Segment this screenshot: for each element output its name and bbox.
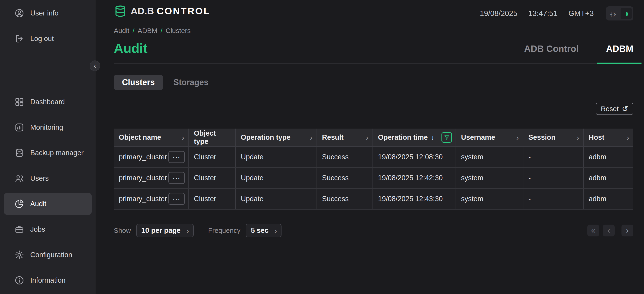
theme-light-button[interactable]: ☼ <box>607 8 619 19</box>
breadcrumb-item-clusters[interactable]: Clusters <box>166 27 191 34</box>
sidebar-item-dashboard[interactable]: Dashboard <box>4 91 92 113</box>
ellipsis-icon: ⋯ <box>172 174 181 182</box>
pagination-next-button[interactable]: › <box>622 224 633 236</box>
chevron-right-icon: › <box>516 133 519 142</box>
breadcrumb: Audit / ADBM / Clusters <box>114 27 633 34</box>
monitoring-icon <box>14 122 24 132</box>
reset-row: Reset ↺ <box>114 103 633 115</box>
pagination: « ‹ › <box>587 224 633 236</box>
subtab-storages[interactable]: Storages <box>165 75 217 90</box>
sidebar: User info Log out Dashboard Monitori <box>0 0 96 294</box>
reset-button[interactable]: Reset ↺ <box>596 103 633 115</box>
sidebar-item-label: Users <box>30 174 49 182</box>
cell-username: system <box>456 147 524 167</box>
cell-operation-time: 19/08/2025 12:42:30 <box>373 168 456 188</box>
tab-adb-control[interactable]: ADB Control <box>524 44 579 64</box>
cell-username: system <box>456 189 524 209</box>
sidebar-item-audit[interactable]: Audit <box>4 193 92 215</box>
breadcrumb-item-adbm[interactable]: ADBM <box>138 27 158 34</box>
subtab-label: Storages <box>174 78 208 87</box>
sort-desc-icon: ↓ <box>431 134 434 141</box>
sidebar-item-monitoring[interactable]: Monitoring <box>4 116 92 138</box>
cell-operation-type: Update <box>236 189 317 209</box>
cell-result: Success <box>317 147 373 167</box>
sidebar-item-label: Log out <box>30 34 54 43</box>
table-footer: Show 10 per page › Frequency 5 sec › « ‹… <box>114 224 633 237</box>
table-row: primary_cluster ⋯ Cluster Update Success… <box>114 168 633 189</box>
theme-switch: ☼ ◑ <box>606 6 633 20</box>
sidebar-item-backup-manager[interactable]: Backup manager <box>4 142 92 164</box>
row-actions-button[interactable]: ⋯ <box>168 193 185 205</box>
title-row: Audit ADB Control ADBM <box>114 40 633 64</box>
sidebar-item-jobs[interactable]: Jobs <box>4 218 92 240</box>
cell-session: - <box>524 168 584 188</box>
sidebar-item-label: Configuration <box>30 251 72 259</box>
sidebar-item-label: Dashboard <box>30 98 65 106</box>
column-expand-button[interactable]: › <box>576 134 580 141</box>
tab-label: ADB Control <box>524 44 579 54</box>
sidebar-item-user-info[interactable]: User info <box>4 2 92 24</box>
cell-host: adbm <box>584 189 633 209</box>
ellipsis-icon: ⋯ <box>172 153 181 161</box>
cell-object-name: primary_cluster ⋯ <box>114 168 189 188</box>
column-header-object-name: Object name › <box>114 128 189 146</box>
chevron-right-icon: › <box>182 133 184 142</box>
subtab-label: Clusters <box>122 78 155 87</box>
frequency-select[interactable]: 5 sec › <box>246 224 282 237</box>
pagination-first-button[interactable]: « <box>587 224 599 236</box>
chevron-right-icon: › <box>626 226 629 234</box>
sidebar-item-label: Backup manager <box>30 149 84 157</box>
logo-brand: AD.B <box>130 6 154 16</box>
jobs-icon <box>14 224 24 234</box>
chevron-right-icon: › <box>577 133 579 142</box>
row-actions-button[interactable]: ⋯ <box>168 151 185 163</box>
sidebar-item-label: Monitoring <box>30 123 63 132</box>
reset-icon: ↺ <box>622 105 628 113</box>
chevron-left-icon: ‹ <box>94 62 96 70</box>
column-expand-button[interactable]: › <box>516 134 519 141</box>
column-header-operation-time[interactable]: Operation time ↓ <box>373 128 456 146</box>
double-chevron-left-icon: « <box>591 226 596 234</box>
sidebar-collapse-button[interactable]: ‹ <box>90 60 100 71</box>
frequency-label: Frequency <box>208 227 240 234</box>
column-expand-button[interactable]: › <box>310 134 313 141</box>
cell-username: system <box>456 168 524 188</box>
column-label: Username <box>461 133 495 142</box>
cell-operation-type: Update <box>236 168 317 188</box>
subtab-clusters[interactable]: Clusters <box>114 75 163 90</box>
main-content: AD.BCONTROL 19/08/2025 13:47:51 GMT+3 ☼ … <box>96 0 644 294</box>
table-header-row: Object name › Object type Operation type… <box>114 128 633 147</box>
theme-auto-icon: ◑ <box>624 9 629 18</box>
pagination-prev-button[interactable]: ‹ <box>603 224 615 236</box>
app-root: User info Log out Dashboard Monitori <box>0 0 644 294</box>
row-actions-button[interactable]: ⋯ <box>168 172 185 184</box>
filter-button[interactable] <box>442 132 452 143</box>
column-expand-button[interactable]: › <box>626 134 630 141</box>
sidebar-item-configuration[interactable]: Configuration <box>4 244 92 266</box>
cell-result: Success <box>317 168 373 188</box>
sub-tabs: Clusters Storages <box>114 75 633 90</box>
sidebar-item-information[interactable]: Information <box>4 270 92 291</box>
page-size-select[interactable]: 10 per page › <box>136 224 194 237</box>
tab-adbm[interactable]: ADBM <box>606 44 633 64</box>
sun-icon: ☼ <box>609 9 618 18</box>
cell-object-type: Cluster <box>189 147 236 167</box>
sidebar-item-users[interactable]: Users <box>4 168 92 189</box>
column-expand-button[interactable]: › <box>181 134 185 141</box>
sidebar-nav-section: Dashboard Monitoring Backup manager User… <box>0 91 96 294</box>
theme-auto-button[interactable]: ◑ <box>620 8 632 19</box>
information-icon <box>14 275 24 285</box>
configuration-icon <box>14 250 24 260</box>
top-bar: AD.BCONTROL 19/08/2025 13:47:51 GMT+3 ☼ … <box>114 0 633 20</box>
object-name-value: primary_cluster <box>119 195 167 203</box>
column-expand-button[interactable]: › <box>366 134 369 141</box>
sidebar-item-log-out[interactable]: Log out <box>4 28 92 50</box>
chevron-right-icon: › <box>186 227 189 234</box>
ellipsis-icon: ⋯ <box>172 195 181 203</box>
logout-icon <box>14 34 24 44</box>
cell-object-type: Cluster <box>189 168 236 188</box>
app-logo: AD.BCONTROL <box>114 4 210 18</box>
breadcrumb-separator: / <box>132 27 134 34</box>
show-label: Show <box>114 227 131 234</box>
breadcrumb-item-audit[interactable]: Audit <box>114 27 129 34</box>
